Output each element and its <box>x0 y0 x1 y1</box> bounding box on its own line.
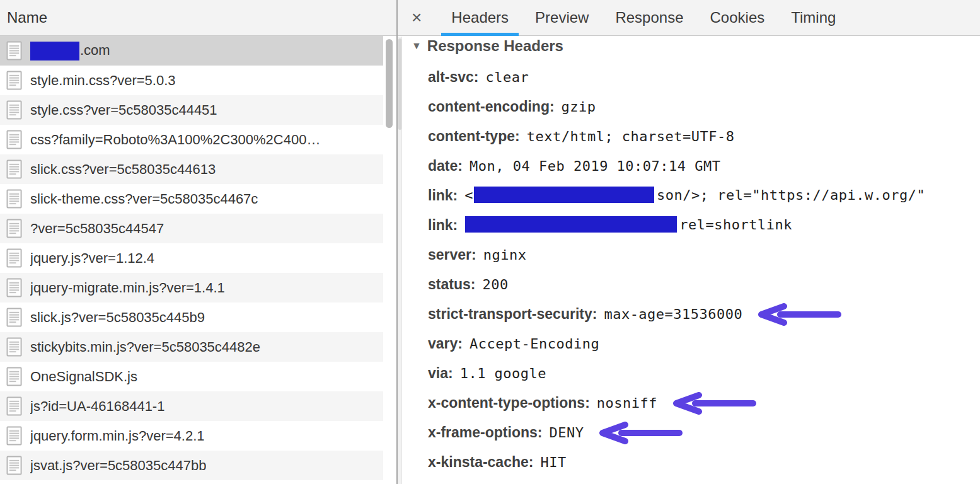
request-row[interactable]: jsvat.js?ver=5c58035c447bb <box>0 451 383 480</box>
details-tabs: HeadersPreviewResponseCookiesTiming <box>438 0 849 36</box>
header-name: strict-transport-security: <box>428 306 597 323</box>
left-scrollbar-thumb[interactable] <box>386 39 393 128</box>
request-row[interactable]: OneSignalSDK.js <box>0 362 383 391</box>
file-icon <box>6 130 22 149</box>
request-row[interactable]: jquery.js?ver=1.12.4 <box>0 243 383 273</box>
details-tab-bar: × HeadersPreviewResponseCookiesTiming <box>398 0 980 36</box>
request-name-label: style.css?ver=5c58035c44451 <box>30 102 217 118</box>
response-headers-section-toggle[interactable]: ▼ Response Headers <box>412 37 980 55</box>
request-row[interactable]: jquery.form.min.js?ver=4.2.1 <box>0 421 383 451</box>
response-header-rows: alt-svc: clear content-encoding: gzip co… <box>412 62 980 477</box>
header-name: content-type: <box>428 128 520 145</box>
header-value: rel=shortlink <box>464 217 792 234</box>
tab-headers[interactable]: Headers <box>438 0 522 36</box>
request-list: .com style.min.css?ver=5.0.3 <box>0 36 383 484</box>
response-header-row: x-kinsta-cache: HIT <box>412 447 980 477</box>
request-name-label: jquery-migrate.min.js?ver=1.4.1 <box>30 280 225 296</box>
response-header-row: strict-transport-security: max-age=31536… <box>412 299 980 329</box>
header-value: Accept-Encoding <box>470 336 599 352</box>
request-name-label: js?id=UA-46168441-1 <box>30 398 164 415</box>
header-value: nosniff <box>597 395 657 411</box>
request-row[interactable]: stickybits.min.js?ver=5c58035c4482e <box>0 332 383 362</box>
request-name-label: jquery.js?ver=1.12.4 <box>30 250 154 267</box>
devtools-network-panel: Name .com style.min. <box>0 0 980 484</box>
name-column-header[interactable]: Name <box>0 0 396 36</box>
request-name-label: jsvat.js?ver=5c58035c447bb <box>30 458 206 474</box>
header-name: via: <box>428 365 453 382</box>
response-header-row: x-content-type-options: nosniff <box>412 388 980 418</box>
header-value: text/html; charset=UTF-8 <box>527 129 735 144</box>
right-scrollbar-thumb[interactable] <box>398 38 401 130</box>
request-row[interactable]: ?ver=5c58035c44547 <box>0 214 383 243</box>
file-icon <box>6 278 22 297</box>
header-value: gzip <box>562 99 596 115</box>
header-name: date: <box>428 158 463 175</box>
response-header-row: via: 1.1 google <box>412 359 980 388</box>
file-icon <box>6 396 22 416</box>
tab-timing[interactable]: Timing <box>778 0 849 36</box>
request-name-label: slick-theme.css?ver=5c58035c4467c <box>30 191 258 207</box>
header-value: HIT <box>540 454 566 470</box>
header-name: content-encoding: <box>428 98 555 115</box>
request-name-label: slick.js?ver=5c58035c445b9 <box>30 309 205 326</box>
request-row[interactable]: slick.js?ver=5c58035c445b9 <box>0 302 383 332</box>
file-icon <box>6 456 22 475</box>
annotation-arrow-icon <box>667 392 761 415</box>
file-icon <box>6 159 22 179</box>
redaction-box <box>30 42 79 60</box>
redaction-box <box>474 187 654 203</box>
file-icon <box>6 337 22 357</box>
file-icon <box>6 367 22 386</box>
response-header-row: alt-svc: clear <box>412 62 980 92</box>
request-name-label: slick.css?ver=5c58035c44613 <box>30 161 216 178</box>
file-icon <box>6 41 22 60</box>
header-value: Mon, 04 Feb 2019 10:07:14 GMT <box>470 158 721 174</box>
request-list-pane: Name .com style.min. <box>0 0 396 484</box>
request-row[interactable]: css?family=Roboto%3A100%2C300%2C400… <box>0 125 383 154</box>
section-title: Response Headers <box>427 37 563 55</box>
request-name-label: ?ver=5c58035c44547 <box>30 221 164 237</box>
file-icon <box>6 219 22 238</box>
request-row[interactable]: .com <box>0 36 383 66</box>
redaction-box <box>465 216 677 233</box>
request-name-label: stickybits.min.js?ver=5c58035c4482e <box>30 339 260 355</box>
request-row[interactable]: slick-theme.css?ver=5c58035c4467c <box>0 184 383 214</box>
response-header-row: vary: Accept-Encoding <box>412 329 980 359</box>
response-header-row: link: <son/>; rel="https://api.w.org/" <box>412 181 980 210</box>
close-icon[interactable]: × <box>405 9 428 26</box>
header-value: 200 <box>482 277 508 292</box>
tab-preview[interactable]: Preview <box>522 0 602 36</box>
response-header-row: server: nginx <box>412 240 980 270</box>
request-row[interactable]: js?id=UA-46168441-1 <box>0 391 383 421</box>
header-value: max-age=31536000 <box>604 306 742 322</box>
response-header-row: content-encoding: gzip <box>412 92 980 122</box>
header-name: alt-svc: <box>428 69 479 86</box>
request-name-label: css?family=Roboto%3A100%2C300%2C400… <box>30 132 320 148</box>
response-header-row: x-frame-options: DENY <box>412 418 980 447</box>
tab-response[interactable]: Response <box>602 0 696 36</box>
request-name-label: .com <box>30 42 110 60</box>
name-column-label: Name <box>7 9 47 26</box>
header-value: <son/>; rel="https://api.w.org/" <box>464 187 925 204</box>
request-row[interactable]: style.min.css?ver=5.0.3 <box>0 66 383 95</box>
right-scrollbar-track[interactable] <box>398 37 402 484</box>
header-value: DENY <box>549 425 584 441</box>
file-icon <box>6 426 22 446</box>
response-header-row: link: rel=shortlink <box>412 210 980 240</box>
request-row[interactable]: jquery-migrate.min.js?ver=1.4.1 <box>0 273 383 302</box>
header-name: link: <box>428 187 458 204</box>
header-name: x-kinsta-cache: <box>428 454 533 471</box>
request-row[interactable]: style.css?ver=5c58035c44451 <box>0 95 383 125</box>
header-name: x-content-type-options: <box>428 395 590 412</box>
request-name-label: style.min.css?ver=5.0.3 <box>30 72 175 89</box>
response-header-row: date: Mon, 04 Feb 2019 10:07:14 GMT <box>412 151 980 181</box>
request-row[interactable] <box>0 480 383 484</box>
annotation-arrow-icon <box>594 422 687 444</box>
request-row[interactable]: slick.css?ver=5c58035c44613 <box>0 154 383 184</box>
request-name-label: OneSignalSDK.js <box>30 369 137 385</box>
header-name: link: <box>428 217 458 234</box>
tab-cookies[interactable]: Cookies <box>697 0 778 36</box>
response-header-row: status: 200 <box>412 270 980 299</box>
triangle-down-icon: ▼ <box>412 40 422 52</box>
file-icon <box>6 248 22 268</box>
